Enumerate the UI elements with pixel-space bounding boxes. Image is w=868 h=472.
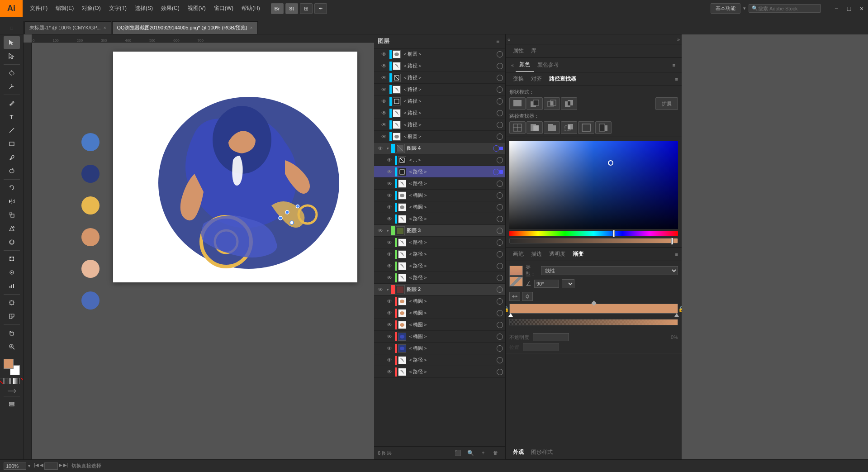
gradient-midpoint[interactable] xyxy=(592,301,596,305)
menu-edit[interactable]: 编辑(E) xyxy=(52,3,77,14)
menu-select[interactable]: 选择(S) xyxy=(131,3,157,14)
layer-visibility-circle[interactable] xyxy=(497,133,503,140)
layer-row[interactable]: 👁 ＜路径＞ xyxy=(374,72,505,84)
layer-expand-icon[interactable]: ▾ xyxy=(385,228,390,234)
zoom-dropdown-btn[interactable]: ▾ xyxy=(28,463,30,468)
pf-crop-btn[interactable] xyxy=(561,121,577,134)
gradient-menu[interactable]: ≡ xyxy=(675,252,678,257)
opacity-input[interactable]: 100% xyxy=(533,333,569,341)
gradient-opacity-bar[interactable] xyxy=(509,319,678,325)
pf-merge-btn[interactable] xyxy=(544,121,560,134)
layer-row[interactable]: 👁 ＜路径＞ xyxy=(374,178,505,190)
layer-eye[interactable]: 👁 xyxy=(379,50,389,59)
tab-attr[interactable]: 属性 xyxy=(509,44,527,57)
layer-eye[interactable]: 👁 xyxy=(385,344,394,353)
layer-eye[interactable]: 👁 xyxy=(385,238,394,247)
gradient-swatch[interactable] xyxy=(13,378,20,384)
tool-pen[interactable] xyxy=(4,97,20,110)
layer-visibility-circle[interactable] xyxy=(497,357,503,363)
layer-delete-btn[interactable]: 🗑 xyxy=(490,448,501,458)
layer-eye[interactable]: 👁 xyxy=(385,203,394,212)
layer-visibility-circle[interactable] xyxy=(497,334,503,340)
color-field[interactable] xyxy=(509,141,678,229)
layer-row[interactable]: 👁 ＜路径＞ xyxy=(374,95,505,107)
color-mode-swatch[interactable] xyxy=(5,378,12,384)
tool-rect[interactable] xyxy=(4,138,20,150)
layer-visibility-circle[interactable] xyxy=(497,263,503,269)
layer-eye[interactable]: 👁 xyxy=(385,320,394,329)
tab-gradient[interactable]: 渐变 xyxy=(569,248,587,261)
close-btn[interactable]: × xyxy=(855,2,868,15)
layer-row[interactable]: 👁 ＜椭圆＞ xyxy=(374,331,505,343)
layer-eye[interactable]: 👁 xyxy=(385,262,394,271)
pf-trim-btn[interactable] xyxy=(526,121,543,134)
layer-eye[interactable]: 👁 xyxy=(385,156,394,165)
swap-colors-btn[interactable] xyxy=(8,388,16,394)
tool-free-transform[interactable] xyxy=(4,253,20,265)
none-swatch[interactable] xyxy=(0,378,4,384)
none-fill-swatch[interactable] xyxy=(21,378,24,384)
layer-visibility-circle[interactable] xyxy=(497,122,503,128)
layer-group-row[interactable]: 👁 ▾ 图层 4 xyxy=(374,143,505,154)
layer-row[interactable]: 👁 ＜路径＞ xyxy=(374,119,505,131)
layer-search-btn[interactable]: 🔍 xyxy=(465,448,476,458)
gradient-angle-input[interactable]: 90° xyxy=(534,280,559,288)
layer-row[interactable]: 👁 ＜椭圆＞ xyxy=(374,201,505,213)
alpha-slider[interactable] xyxy=(509,238,678,243)
layer-eye[interactable]: 👁 xyxy=(379,97,389,106)
collapse-left-btn[interactable]: « xyxy=(508,37,510,42)
menu-file[interactable]: 文件(F) xyxy=(26,3,51,14)
layer-visibility-circle[interactable] xyxy=(497,98,503,105)
tab-graphic-style[interactable]: 图形样式 xyxy=(527,446,556,459)
layer-visibility-circle[interactable] xyxy=(497,75,503,81)
layer-visibility-circle[interactable] xyxy=(497,86,503,93)
layer-expand-icon[interactable]: ▾ xyxy=(385,287,390,292)
hue-slider[interactable] xyxy=(509,231,678,236)
gradient-options-btn[interactable] xyxy=(522,292,533,301)
color-spectrum[interactable] xyxy=(509,141,678,229)
layer-row[interactable]: 👁 ＜路径＞ xyxy=(374,60,505,72)
layer-eye[interactable]: 👁 xyxy=(385,215,394,224)
layer-visibility-circle[interactable] xyxy=(493,169,499,175)
layer-eye[interactable]: 👁 xyxy=(379,85,389,94)
collapse-right-btn[interactable]: » xyxy=(677,37,680,42)
tab-align[interactable]: 对齐 xyxy=(527,72,545,86)
tool-warp[interactable] xyxy=(4,236,20,248)
menu-object[interactable]: 对象(O) xyxy=(78,3,104,14)
layer-eye[interactable]: 👁 xyxy=(376,144,385,153)
pf-intersect-btn[interactable] xyxy=(544,97,560,110)
tab-color[interactable]: 颜色 xyxy=(516,58,534,72)
gradient-bar[interactable]: 🔒 🔒 xyxy=(509,304,678,314)
tool-select[interactable] xyxy=(4,36,20,49)
reverse-gradient-btn[interactable] xyxy=(509,292,520,301)
tab-1[interactable]: 未标题-1* @ 100% (CMYK/GP... × xyxy=(24,21,111,34)
swatch-stack[interactable] xyxy=(4,359,20,375)
tool-lasso[interactable] xyxy=(4,67,20,79)
tool-scale[interactable] xyxy=(4,209,20,221)
tab-1-close[interactable]: × xyxy=(104,25,106,30)
tab-transform[interactable]: 变换 xyxy=(509,72,527,86)
layer-row[interactable]: 👁 ＜路径＞ xyxy=(374,366,505,378)
menu-view[interactable]: 视图(V) xyxy=(184,3,209,14)
pf-minus-front-btn[interactable] xyxy=(526,97,543,110)
layer-visibility-circle[interactable] xyxy=(497,63,503,69)
layer-row[interactable]: 👁 ＜路径＞ xyxy=(374,272,505,284)
pf-expand-btn[interactable]: 扩展 xyxy=(655,97,678,110)
layer-eye[interactable]: 👁 xyxy=(379,120,389,129)
tool-rotate[interactable] xyxy=(4,181,20,194)
layer-eye[interactable]: 👁 xyxy=(385,332,394,341)
layer-eye[interactable]: 👁 xyxy=(379,73,389,82)
layer-eye[interactable]: 👁 xyxy=(376,285,385,294)
layer-row[interactable]: 👁 ＜路径＞ xyxy=(374,260,505,272)
tool-graph[interactable] xyxy=(4,280,20,292)
layer-eye[interactable]: 👁 xyxy=(379,62,389,71)
layer-eye[interactable]: 👁 xyxy=(385,367,394,377)
layers-list[interactable]: 👁 ＜椭圆＞ 👁 ＜路径＞ 👁 ＜路径＞ 👁 ＜路径＞ xyxy=(374,48,505,446)
layers-menu-icon[interactable]: ≡ xyxy=(494,37,501,45)
menu-window[interactable]: 窗口(W) xyxy=(210,3,237,14)
gradient-stop-left[interactable] xyxy=(508,313,513,317)
layer-visibility-circle[interactable] xyxy=(497,345,503,352)
zoom-input[interactable]: 100% xyxy=(4,462,26,470)
page-last-btn[interactable]: ▶| xyxy=(63,462,68,470)
menu-effect[interactable]: 效果(C) xyxy=(157,3,183,14)
